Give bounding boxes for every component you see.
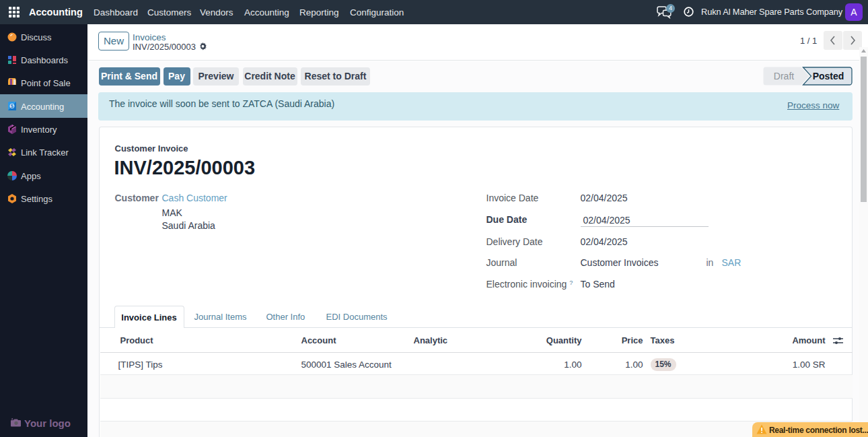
svg-text:Posted: Posted bbox=[813, 71, 844, 81]
svg-text:Draft: Draft bbox=[774, 71, 794, 81]
svg-text:$: $ bbox=[11, 103, 14, 109]
